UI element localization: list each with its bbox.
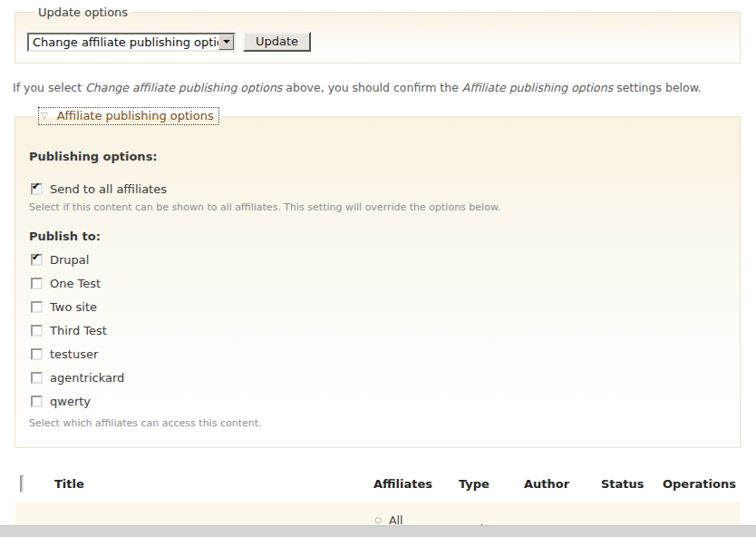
publish-to-label: agentrickard xyxy=(50,371,124,385)
publish-to-row-agentrickard: ✔ agentrickard xyxy=(31,371,727,385)
help-text: If you select Change affiliate publishin… xyxy=(13,81,756,94)
update-action-select-value: Change affiliate publishing options xyxy=(29,34,218,50)
publish-to-checkbox-drupal[interactable]: ✔ xyxy=(31,254,43,266)
update-options-legend: Update options xyxy=(34,5,131,19)
publish-to-label: testuser xyxy=(50,347,98,361)
publish-to-label: qwerty xyxy=(50,395,91,408)
publish-to-label: Third Test xyxy=(50,324,107,337)
column-header-affiliates: Affiliates xyxy=(368,470,453,501)
publishing-options-heading: Publishing options: xyxy=(29,150,727,163)
column-header-type: Type xyxy=(453,470,519,501)
publish-to-label: Two site xyxy=(50,300,97,314)
select-all-checkbox[interactable]: ✔ xyxy=(20,475,24,493)
help-seg: If you select xyxy=(13,81,85,94)
publish-to-checkbox-one-test[interactable]: ✔ xyxy=(31,278,43,289)
column-header-status: Status xyxy=(596,470,657,501)
column-header-title: Title xyxy=(49,470,368,501)
publish-to-checkbox-third-test[interactable]: ✔ xyxy=(31,325,43,337)
horizontal-scrollbar[interactable] xyxy=(0,525,756,537)
publish-to-checkbox-agentrickard[interactable]: ✔ xyxy=(31,372,43,384)
send-to-all-label: Send to all affiliates xyxy=(50,182,167,196)
publish-to-label: One Test xyxy=(50,277,101,290)
table-header-row: ✔ Title Affiliates Type Author Status Op… xyxy=(15,470,741,501)
publish-to-row-testuser: ✔ testuser xyxy=(31,347,727,361)
send-to-all-row: ✔ Send to all affiliates xyxy=(31,182,727,196)
help-seg: above, you should confirm the xyxy=(282,81,461,94)
collapse-open-triangle-icon: ▽ xyxy=(41,111,48,121)
publish-to-label: Drupal xyxy=(50,253,89,267)
update-options-fieldset: Update options Change affiliate publishi… xyxy=(15,5,741,63)
column-header-operations: Operations xyxy=(657,470,741,501)
publish-to-row-drupal: ✔ Drupal xyxy=(31,253,727,267)
publish-to-row-two-site: ✔ Two site xyxy=(31,300,727,314)
update-controls-row: Change affiliate publishing options Upda… xyxy=(27,32,729,52)
send-to-all-description: Select if this content can be shown to a… xyxy=(29,201,727,213)
publish-to-checkbox-qwerty[interactable]: ✔ xyxy=(31,395,43,407)
select-dropdown-arrow-icon[interactable] xyxy=(218,34,234,50)
publish-to-row-third-test: ✔ Third Test xyxy=(31,324,727,337)
publish-to-checkbox-testuser[interactable]: ✔ xyxy=(31,348,43,360)
affiliate-publishing-fieldset: ▽Affiliate publishing options Publishing… xyxy=(15,108,741,448)
publish-to-description: Select which affiliates can access this … xyxy=(29,417,727,429)
help-seg-italic: Affiliate publishing options xyxy=(462,81,613,94)
update-action-select[interactable]: Change affiliate publishing options xyxy=(27,33,236,52)
publish-to-row-one-test: ✔ One Test xyxy=(31,277,727,290)
publish-to-checkbox-two-site[interactable]: ✔ xyxy=(31,301,43,313)
affiliate-fieldset-collapse-link[interactable]: ▽Affiliate publishing options xyxy=(39,108,218,124)
help-seg-italic: Change affiliate publishing options xyxy=(85,81,282,94)
publish-to-heading: Publish to: xyxy=(29,229,727,243)
help-seg: settings below. xyxy=(613,81,702,94)
page: Update options Change affiliate publishi… xyxy=(0,0,756,537)
publish-to-list: ✔ Drupal ✔ One Test ✔ Two site ✔ Third T… xyxy=(28,253,727,408)
publish-to-row-qwerty: ✔ qwerty xyxy=(31,395,727,408)
column-header-author: Author xyxy=(519,470,596,501)
send-to-all-checkbox[interactable]: ✔ xyxy=(31,183,43,195)
update-button[interactable]: Update xyxy=(243,32,311,52)
affiliate-fieldset-legend-label: Affiliate publishing options xyxy=(57,109,214,122)
